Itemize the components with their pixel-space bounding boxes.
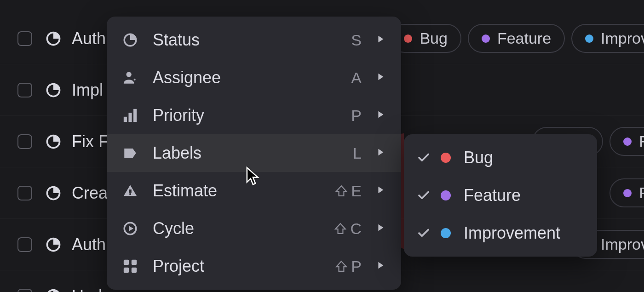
checkbox[interactable]	[17, 289, 32, 292]
menu-label: Priority	[153, 106, 351, 125]
status-icon	[122, 32, 138, 48]
chevron-right-icon	[375, 72, 385, 84]
menu-label: Estimate	[153, 181, 335, 200]
label-dot-icon	[623, 137, 632, 146]
status-in-progress-icon	[45, 30, 62, 47]
menu-label: Labels	[153, 143, 353, 163]
label-dot-icon	[441, 228, 451, 238]
menu-label: Assignee	[153, 68, 351, 87]
svg-point-8	[126, 72, 132, 77]
submenu-item-improvement[interactable]: Improvement	[404, 214, 597, 252]
svg-point-13	[129, 193, 131, 195]
menu-item-labels[interactable]: Labels L	[107, 134, 401, 172]
check-icon	[417, 189, 431, 202]
chevron-right-icon	[375, 147, 385, 159]
label-dot-icon	[482, 34, 490, 43]
menu-item-project[interactable]: Project P	[107, 247, 401, 285]
issue-title: Fix F	[72, 132, 109, 151]
issue-title: Auth	[72, 235, 106, 254]
svg-rect-16	[132, 260, 137, 265]
menu-shortcut: E	[335, 182, 362, 200]
label-dot-icon	[623, 189, 632, 197]
svg-rect-10	[128, 113, 132, 122]
status-in-progress-icon	[45, 82, 62, 98]
status-in-progress-icon	[45, 185, 62, 201]
shift-icon	[334, 223, 346, 235]
menu-item-estimate[interactable]: Estimate E	[107, 172, 401, 210]
chevron-right-icon	[375, 109, 385, 121]
checkbox[interactable]	[17, 237, 32, 252]
menu-label: Status	[153, 30, 351, 50]
issue-labels: F	[610, 178, 644, 207]
svg-rect-17	[124, 268, 129, 273]
label-dot-icon	[404, 34, 412, 43]
svg-rect-18	[132, 268, 137, 273]
status-in-progress-icon	[45, 133, 62, 150]
chevron-right-icon	[375, 260, 385, 272]
issue-labels: Bug Feature Improv	[390, 24, 644, 53]
checkbox[interactable]	[17, 31, 32, 46]
menu-item-cycle[interactable]: Cycle C	[107, 210, 401, 247]
context-menu: Status S Assignee A Priority P Labels L …	[107, 17, 401, 290]
menu-shortcut: L	[353, 144, 362, 162]
issue-title: Impl	[72, 80, 103, 100]
menu-shortcut: C	[334, 220, 362, 238]
issue-title: Crea	[72, 183, 108, 203]
label-pill[interactable]: Feature	[468, 24, 565, 53]
chevron-right-icon	[375, 185, 385, 197]
project-icon	[122, 258, 138, 274]
svg-rect-15	[124, 260, 129, 265]
menu-shortcut: P	[335, 258, 362, 275]
menu-item-assignee[interactable]: Assignee A	[107, 59, 401, 97]
status-in-progress-icon	[45, 288, 62, 292]
label-pill[interactable]: F	[610, 127, 644, 156]
label-pill[interactable]: Improv	[571, 24, 644, 53]
submenu-item-feature[interactable]: Feature	[404, 177, 597, 214]
label-dot-icon	[585, 34, 593, 43]
menu-label: Cycle	[153, 219, 334, 238]
label-icon	[122, 145, 138, 161]
checkbox[interactable]	[17, 186, 32, 200]
submenu-label: Improvement	[464, 223, 560, 243]
checkbox[interactable]	[17, 83, 32, 97]
label-pill[interactable]: F	[610, 178, 644, 207]
menu-label: Project	[153, 257, 335, 276]
svg-rect-12	[129, 189, 132, 193]
menu-item-status[interactable]: Status S	[107, 21, 401, 59]
checkbox[interactable]	[17, 134, 32, 149]
menu-item-priority[interactable]: Priority P	[107, 97, 401, 134]
status-in-progress-icon	[45, 236, 62, 253]
priority-icon	[122, 108, 138, 123]
svg-rect-11	[133, 109, 137, 122]
menu-shortcut: P	[351, 107, 362, 125]
label-dot-icon	[441, 153, 451, 163]
menu-shortcut: S	[351, 31, 362, 49]
chevron-right-icon	[375, 34, 385, 46]
shift-icon	[335, 260, 347, 272]
cycle-icon	[122, 221, 138, 236]
issue-title: Upda	[72, 286, 111, 292]
issue-title: Auth	[72, 29, 106, 48]
shift-icon	[335, 185, 347, 197]
labels-submenu: Bug Feature Improvement	[404, 134, 597, 257]
svg-rect-9	[124, 117, 127, 122]
label-dot-icon	[441, 190, 451, 200]
check-icon	[417, 226, 431, 240]
assignee-icon	[122, 70, 138, 86]
submenu-label: Feature	[464, 186, 521, 205]
menu-shortcut: A	[351, 69, 362, 87]
submenu-item-bug[interactable]: Bug	[404, 139, 597, 177]
submenu-label: Bug	[464, 148, 493, 167]
estimate-icon	[122, 183, 138, 199]
check-icon	[417, 151, 431, 165]
chevron-right-icon	[375, 223, 385, 235]
